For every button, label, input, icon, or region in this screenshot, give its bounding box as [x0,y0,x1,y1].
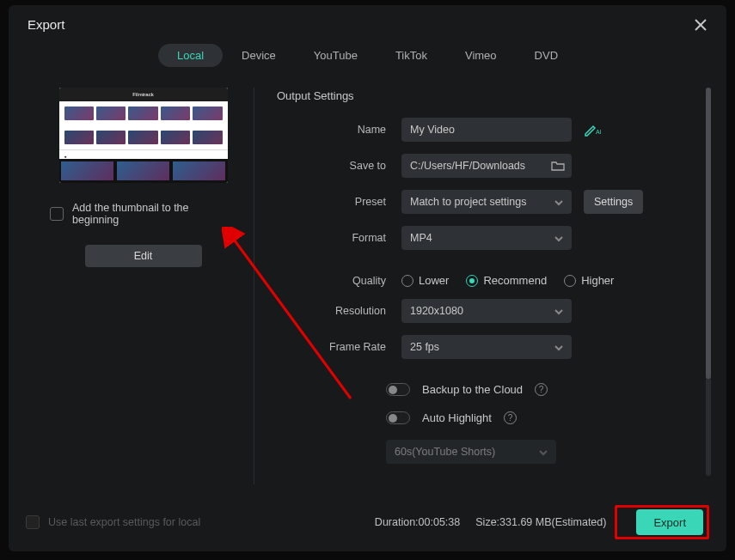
thumbnail-checkbox[interactable] [50,207,64,221]
backup-label: Backup to the Cloud [422,383,523,396]
resolution-select[interactable]: 1920x1080 [401,299,572,323]
highlight-toggle[interactable] [386,411,410,424]
tab-local[interactable]: Local [158,44,223,67]
chevron-down-icon [554,343,563,351]
name-input[interactable] [401,118,572,142]
export-highlight-annotation: Export [615,505,709,539]
chevron-down-icon [539,447,548,456]
quality-label: Quality [277,275,401,287]
thumbnail-checkbox-row: Add the thumbnail to the beginning [48,202,238,226]
highlight-preset-select: 60s(YouTube Shorts) [386,440,556,464]
svg-text:AI: AI [596,129,601,135]
chevron-down-icon [554,198,563,206]
scrollbar[interactable] [706,88,711,476]
quality-radios: Lower Recommend Higher [401,274,614,287]
help-icon[interactable]: ? [535,383,548,396]
close-icon[interactable] [694,18,707,32]
tab-vimeo[interactable]: Vimeo [446,44,516,67]
save-to-label: Save to [277,160,401,172]
folder-icon[interactable] [551,159,565,173]
export-button[interactable]: Export [636,509,703,535]
quality-lower[interactable]: Lower [401,274,449,287]
ai-edit-icon[interactable]: AI [584,123,601,137]
right-panel: Output Settings Name AI Save to Prese [254,79,709,493]
scroll-thumb[interactable] [706,88,711,379]
tab-device[interactable]: Device [223,44,295,67]
settings-button[interactable]: Settings [584,190,643,214]
export-modal: Export Local Device YouTube TikTok Vimeo… [9,5,726,551]
resolution-label: Resolution [277,305,401,317]
modal-header: Export [9,5,726,40]
quality-higher[interactable]: Higher [564,274,614,287]
save-to-input[interactable] [401,154,572,178]
use-last-checkbox[interactable] [26,515,40,529]
chevron-down-icon [554,234,563,242]
modal-body: Filmtrack ● Add the thumbnail to the beg… [9,79,726,493]
modal-title: Export [28,17,64,32]
help-icon[interactable]: ? [504,411,517,424]
name-label: Name [277,124,401,136]
format-select[interactable]: MP4 [401,226,572,250]
framerate-label: Frame Rate [277,341,401,353]
tab-tiktok[interactable]: TikTok [377,44,446,67]
quality-recommend[interactable]: Recommend [466,274,547,287]
framerate-select[interactable]: 25 fps [401,335,572,359]
preset-label: Preset [277,196,401,208]
thumbnail-preview[interactable]: Filmtrack ● [59,88,228,183]
chevron-down-icon [554,307,563,315]
backup-toggle[interactable] [386,383,410,396]
left-panel: Filmtrack ● Add the thumbnail to the beg… [26,79,254,493]
preset-select[interactable]: Match to project settings [401,190,572,214]
tab-youtube[interactable]: YouTube [295,44,377,67]
output-settings-title: Output Settings [277,89,701,102]
highlight-label: Auto Highlight [422,411,492,424]
edit-button[interactable]: Edit [85,245,202,267]
format-label: Format [277,232,401,244]
export-tabs: Local Device YouTube TikTok Vimeo DVD [9,40,726,79]
use-last-label: Use last export settings for local [48,516,200,528]
tab-dvd[interactable]: DVD [516,44,577,67]
thumbnail-checkbox-label: Add the thumbnail to the beginning [72,202,238,226]
footer-info: Duration:00:05:38 Size:331.69 MB(Estimat… [375,516,607,528]
modal-footer: Use last export settings for local Durat… [9,493,726,551]
